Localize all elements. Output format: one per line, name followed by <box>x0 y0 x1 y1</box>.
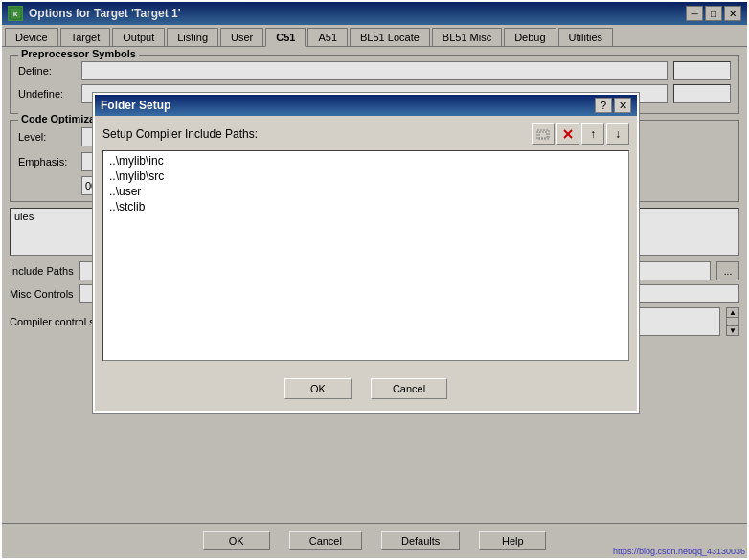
list-item[interactable]: ..\mylib\inc <box>105 153 626 168</box>
dialog-help-button[interactable]: ? <box>595 98 612 113</box>
dialog-toolbar: ↑ ↓ <box>532 123 629 145</box>
paths-listbox[interactable]: ..\mylib\inc ..\mylib\src ..\user ..\stc… <box>102 150 629 361</box>
list-item[interactable]: ..\stclib <box>105 199 626 214</box>
main-window: κ Options for Target 'Target 1' ─ □ ✕ De… <box>0 0 749 560</box>
dialog-ok-button[interactable]: OK <box>284 378 352 399</box>
dialog-cancel-button[interactable]: Cancel <box>371 378 447 399</box>
folder-setup-dialog: Folder Setup ? ✕ Setup Compiler Include … <box>93 93 639 413</box>
svg-rect-3 <box>539 132 547 138</box>
delete-button[interactable] <box>556 123 579 145</box>
list-item[interactable]: ..\mylib\src <box>105 168 626 184</box>
dialog-footer: OK Cancel <box>95 369 637 411</box>
dialog-title: Folder Setup <box>101 99 170 112</box>
setup-label: Setup Compiler Include Paths: <box>102 127 526 141</box>
dialog-content: Setup Compiler Include Paths: <box>95 116 637 369</box>
dialog-title-bar: Folder Setup ? ✕ <box>95 95 637 116</box>
move-up-button[interactable]: ↑ <box>581 123 604 145</box>
list-item[interactable]: ..\user <box>105 184 626 199</box>
dialog-close-button[interactable]: ✕ <box>614 98 631 113</box>
move-down-button[interactable]: ↓ <box>606 123 629 145</box>
new-folder-button[interactable] <box>532 123 555 145</box>
